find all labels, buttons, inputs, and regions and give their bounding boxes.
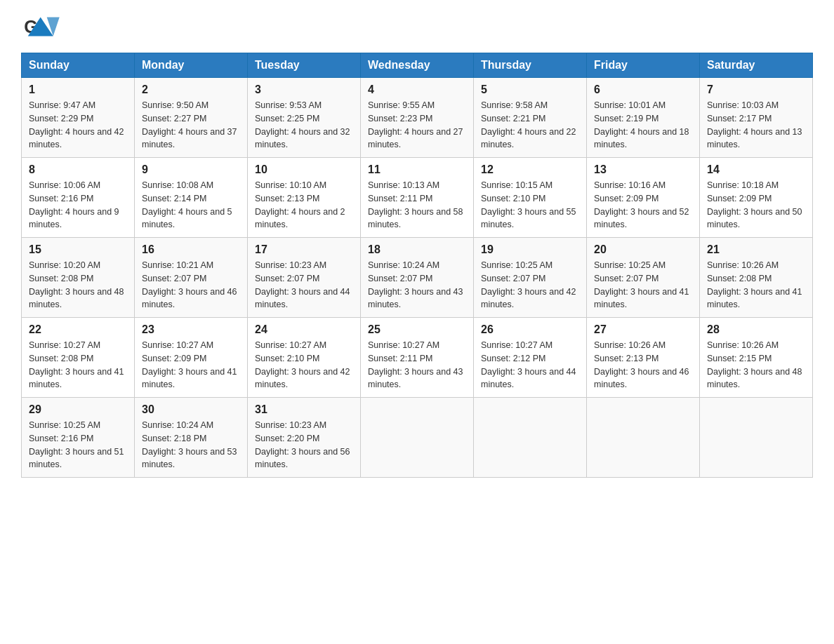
day-number: 1 xyxy=(29,83,127,96)
day-info: Sunrise: 9:55 AMSunset: 2:23 PMDaylight:… xyxy=(368,99,466,152)
calendar-table: SundayMondayTuesdayWednesdayThursdayFrid… xyxy=(21,53,813,478)
day-info: Sunrise: 10:27 AMSunset: 2:08 PMDaylight… xyxy=(29,339,127,391)
calendar-header: SundayMondayTuesdayWednesdayThursdayFrid… xyxy=(22,53,813,78)
calendar-week-row: 1Sunrise: 9:47 AMSunset: 2:29 PMDaylight… xyxy=(22,78,813,158)
logo-icon: G xyxy=(21,14,56,46)
calendar-cell: 28Sunrise: 10:26 AMSunset: 2:15 PMDaylig… xyxy=(700,318,813,398)
day-number: 19 xyxy=(481,243,579,256)
day-number: 17 xyxy=(255,243,353,256)
day-number: 27 xyxy=(594,323,692,336)
calendar-week-row: 22Sunrise: 10:27 AMSunset: 2:08 PMDaylig… xyxy=(22,318,813,398)
calendar-cell xyxy=(700,398,813,478)
calendar-cell: 4Sunrise: 9:55 AMSunset: 2:23 PMDaylight… xyxy=(361,78,474,158)
calendar-week-row: 29Sunrise: 10:25 AMSunset: 2:16 PMDaylig… xyxy=(22,398,813,478)
day-info: Sunrise: 10:13 AMSunset: 2:11 PMDaylight… xyxy=(368,179,466,232)
day-number: 23 xyxy=(142,323,240,336)
calendar-cell: 26Sunrise: 10:27 AMSunset: 2:12 PMDaylig… xyxy=(474,318,587,398)
day-number: 15 xyxy=(29,243,127,256)
day-of-week-header: Friday xyxy=(587,53,700,78)
calendar-cell: 30Sunrise: 10:24 AMSunset: 2:18 PMDaylig… xyxy=(135,398,248,478)
day-number: 14 xyxy=(707,163,805,176)
calendar-cell: 2Sunrise: 9:50 AMSunset: 2:27 PMDaylight… xyxy=(135,78,248,158)
page-header: G xyxy=(21,14,813,46)
day-number: 8 xyxy=(29,163,127,176)
day-info: Sunrise: 9:47 AMSunset: 2:29 PMDaylight:… xyxy=(29,99,127,152)
calendar-cell: 16Sunrise: 10:21 AMSunset: 2:07 PMDaylig… xyxy=(135,238,248,318)
day-info: Sunrise: 10:26 AMSunset: 2:13 PMDaylight… xyxy=(594,339,692,391)
day-info: Sunrise: 10:25 AMSunset: 2:07 PMDaylight… xyxy=(594,259,692,311)
day-info: Sunrise: 10:27 AMSunset: 2:11 PMDaylight… xyxy=(368,339,466,391)
day-number: 3 xyxy=(255,83,353,96)
calendar-cell: 22Sunrise: 10:27 AMSunset: 2:08 PMDaylig… xyxy=(22,318,135,398)
day-info: Sunrise: 10:10 AMSunset: 2:13 PMDaylight… xyxy=(255,179,353,232)
day-of-week-header: Saturday xyxy=(700,53,813,78)
day-number: 12 xyxy=(481,163,579,176)
calendar-cell: 21Sunrise: 10:26 AMSunset: 2:08 PMDaylig… xyxy=(700,238,813,318)
day-info: Sunrise: 10:23 AMSunset: 2:07 PMDaylight… xyxy=(255,259,353,311)
calendar-cell: 8Sunrise: 10:06 AMSunset: 2:16 PMDayligh… xyxy=(22,158,135,238)
calendar-cell: 1Sunrise: 9:47 AMSunset: 2:29 PMDaylight… xyxy=(22,78,135,158)
day-info: Sunrise: 10:23 AMSunset: 2:20 PMDaylight… xyxy=(255,419,353,471)
calendar-cell xyxy=(361,398,474,478)
calendar-week-row: 8Sunrise: 10:06 AMSunset: 2:16 PMDayligh… xyxy=(22,158,813,238)
day-number: 25 xyxy=(368,323,466,336)
day-info: Sunrise: 10:18 AMSunset: 2:09 PMDaylight… xyxy=(707,179,805,232)
day-number: 16 xyxy=(142,243,240,256)
calendar-cell: 13Sunrise: 10:16 AMSunset: 2:09 PMDaylig… xyxy=(587,158,700,238)
day-of-week-header: Sunday xyxy=(22,53,135,78)
day-info: Sunrise: 10:27 AMSunset: 2:09 PMDaylight… xyxy=(142,339,240,391)
day-of-week-header: Monday xyxy=(135,53,248,78)
day-info: Sunrise: 10:26 AMSunset: 2:15 PMDaylight… xyxy=(707,339,805,391)
calendar-cell: 6Sunrise: 10:01 AMSunset: 2:19 PMDayligh… xyxy=(587,78,700,158)
day-info: Sunrise: 10:25 AMSunset: 2:16 PMDaylight… xyxy=(29,419,127,471)
day-of-week-header: Wednesday xyxy=(361,53,474,78)
day-info: Sunrise: 10:06 AMSunset: 2:16 PMDaylight… xyxy=(29,179,127,232)
day-info: Sunrise: 9:50 AMSunset: 2:27 PMDaylight:… xyxy=(142,99,240,152)
calendar-cell: 11Sunrise: 10:13 AMSunset: 2:11 PMDaylig… xyxy=(361,158,474,238)
day-number: 28 xyxy=(707,323,805,336)
calendar-cell: 25Sunrise: 10:27 AMSunset: 2:11 PMDaylig… xyxy=(361,318,474,398)
calendar-cell xyxy=(587,398,700,478)
day-number: 26 xyxy=(481,323,579,336)
calendar-cell: 17Sunrise: 10:23 AMSunset: 2:07 PMDaylig… xyxy=(248,238,361,318)
calendar-cell: 18Sunrise: 10:24 AMSunset: 2:07 PMDaylig… xyxy=(361,238,474,318)
calendar-cell: 27Sunrise: 10:26 AMSunset: 2:13 PMDaylig… xyxy=(587,318,700,398)
calendar-cell: 10Sunrise: 10:10 AMSunset: 2:13 PMDaylig… xyxy=(248,158,361,238)
day-number: 7 xyxy=(707,83,805,96)
day-info: Sunrise: 10:26 AMSunset: 2:08 PMDaylight… xyxy=(707,259,805,311)
day-number: 31 xyxy=(255,403,353,416)
day-info: Sunrise: 10:24 AMSunset: 2:07 PMDaylight… xyxy=(368,259,466,311)
day-info: Sunrise: 10:27 AMSunset: 2:10 PMDaylight… xyxy=(255,339,353,391)
day-number: 6 xyxy=(594,83,692,96)
day-info: Sunrise: 10:21 AMSunset: 2:07 PMDaylight… xyxy=(142,259,240,311)
calendar-cell: 23Sunrise: 10:27 AMSunset: 2:09 PMDaylig… xyxy=(135,318,248,398)
day-number: 20 xyxy=(594,243,692,256)
day-number: 21 xyxy=(707,243,805,256)
calendar-cell: 24Sunrise: 10:27 AMSunset: 2:10 PMDaylig… xyxy=(248,318,361,398)
day-info: Sunrise: 10:01 AMSunset: 2:19 PMDaylight… xyxy=(594,99,692,152)
calendar-cell: 29Sunrise: 10:25 AMSunset: 2:16 PMDaylig… xyxy=(22,398,135,478)
calendar-cell: 5Sunrise: 9:58 AMSunset: 2:21 PMDaylight… xyxy=(474,78,587,158)
day-of-week-header: Tuesday xyxy=(248,53,361,78)
calendar-cell: 12Sunrise: 10:15 AMSunset: 2:10 PMDaylig… xyxy=(474,158,587,238)
days-of-week-row: SundayMondayTuesdayWednesdayThursdayFrid… xyxy=(22,53,813,78)
calendar-cell: 20Sunrise: 10:25 AMSunset: 2:07 PMDaylig… xyxy=(587,238,700,318)
day-info: Sunrise: 10:16 AMSunset: 2:09 PMDaylight… xyxy=(594,179,692,232)
day-number: 22 xyxy=(29,323,127,336)
day-info: Sunrise: 10:24 AMSunset: 2:18 PMDaylight… xyxy=(142,419,240,471)
day-number: 9 xyxy=(142,163,240,176)
calendar-cell: 9Sunrise: 10:08 AMSunset: 2:14 PMDayligh… xyxy=(135,158,248,238)
day-number: 4 xyxy=(368,83,466,96)
day-number: 13 xyxy=(594,163,692,176)
calendar-cell: 19Sunrise: 10:25 AMSunset: 2:07 PMDaylig… xyxy=(474,238,587,318)
calendar-cell: 14Sunrise: 10:18 AMSunset: 2:09 PMDaylig… xyxy=(700,158,813,238)
day-of-week-header: Thursday xyxy=(474,53,587,78)
calendar-cell: 7Sunrise: 10:03 AMSunset: 2:17 PMDayligh… xyxy=(700,78,813,158)
calendar-body: 1Sunrise: 9:47 AMSunset: 2:29 PMDaylight… xyxy=(22,78,813,478)
day-number: 11 xyxy=(368,163,466,176)
calendar-cell: 31Sunrise: 10:23 AMSunset: 2:20 PMDaylig… xyxy=(248,398,361,478)
day-info: Sunrise: 10:25 AMSunset: 2:07 PMDaylight… xyxy=(481,259,579,311)
day-number: 10 xyxy=(255,163,353,176)
day-info: Sunrise: 10:20 AMSunset: 2:08 PMDaylight… xyxy=(29,259,127,311)
calendar-cell xyxy=(474,398,587,478)
